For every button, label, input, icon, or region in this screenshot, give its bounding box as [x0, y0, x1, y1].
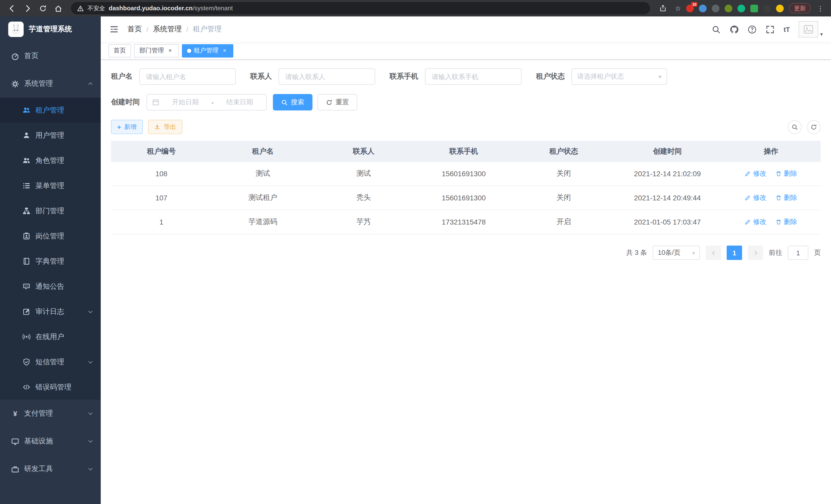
edit-link[interactable]: 修改: [745, 169, 767, 178]
cell-status: 关闭: [514, 161, 613, 186]
sidebar-item-post[interactable]: 岗位管理: [0, 224, 101, 249]
sidebar-item-notice[interactable]: 通知公告: [0, 274, 101, 299]
tab-dept[interactable]: 部门管理 ×: [134, 44, 179, 57]
cell-phone: 15601691300: [413, 161, 514, 186]
help-icon[interactable]: [747, 25, 757, 34]
sidebar-item-error-code[interactable]: 错误码管理: [0, 375, 101, 400]
sidebar-item-label: 用户管理: [35, 131, 64, 140]
edit-link[interactable]: 修改: [745, 217, 767, 227]
page-number-button[interactable]: 1: [727, 245, 742, 260]
page-size-select[interactable]: 10条/页 ▾: [653, 245, 700, 260]
table-header-row: 租户编号 租户名 联系人 联系手机 租户状态 创建时间 操作: [111, 141, 821, 161]
sidebar-item-label: 角色管理: [35, 156, 64, 165]
sidebar-item-label: 在线用户: [35, 332, 64, 342]
user-avatar[interactable]: ▾: [799, 21, 823, 37]
goto-page-input[interactable]: [788, 245, 808, 260]
screen: 不安全 dashboard.yudao.iocoder.cn/system/te…: [0, 0, 831, 504]
add-button[interactable]: + 新增: [111, 120, 143, 134]
bookmark-star-icon[interactable]: ☆: [675, 4, 681, 12]
sidebar-item-dept[interactable]: 部门管理: [0, 198, 101, 224]
browser-menu-icon[interactable]: ⋮: [816, 4, 825, 12]
reset-button-label: 重置: [336, 98, 349, 107]
create-time-label: 创建时间: [111, 98, 140, 107]
contact-input[interactable]: [279, 68, 375, 85]
prev-page-button[interactable]: [706, 245, 721, 260]
sidebar-toggle-icon[interactable]: [109, 24, 119, 34]
back-icon[interactable]: [5, 2, 19, 15]
delete-link[interactable]: 删除: [776, 217, 797, 227]
home-icon[interactable]: [51, 2, 65, 15]
extension-icon[interactable]: [725, 4, 732, 12]
sidebar-item-infra[interactable]: 基础设施: [0, 427, 101, 455]
code-icon: [23, 383, 30, 391]
cell-created: 2021-01-05 17:03:47: [613, 210, 721, 234]
goto-prefix: 前往: [769, 248, 782, 258]
sidebar-item-sms[interactable]: 短信管理: [0, 349, 101, 375]
search-icon[interactable]: [712, 25, 721, 34]
trash-icon: [776, 219, 782, 225]
reload-icon[interactable]: [36, 2, 49, 15]
sidebar-item-online-users[interactable]: 在线用户: [0, 324, 101, 349]
sidebar-item-label: 支付管理: [24, 409, 53, 418]
date-separator: -: [211, 98, 214, 106]
chevron-down-icon: [87, 438, 93, 444]
page-size-value: 10条/页: [658, 248, 681, 258]
monitor-icon: [11, 438, 19, 445]
extension-icon[interactable]: 10: [686, 4, 694, 12]
tab-tenant[interactable]: 租户管理 ×: [182, 44, 233, 57]
close-icon[interactable]: ×: [167, 47, 174, 54]
browser-update-button[interactable]: 更新: [789, 3, 811, 13]
tab-home[interactable]: 首页: [109, 44, 131, 57]
sidebar-item-audit-log[interactable]: 审计日志: [0, 299, 101, 324]
extension-icon[interactable]: [738, 4, 745, 12]
fullscreen-icon[interactable]: [766, 25, 775, 34]
share-icon[interactable]: [657, 2, 670, 15]
app-logo[interactable]: 芋道管理系统: [0, 17, 101, 42]
delete-link[interactable]: 删除: [776, 169, 797, 178]
sidebar-item-tenant[interactable]: 租户管理: [0, 98, 101, 123]
export-button-label: 导出: [164, 122, 176, 131]
col-actions: 操作: [721, 141, 821, 161]
contact-label: 联系人: [250, 72, 272, 81]
export-button[interactable]: 导出: [148, 120, 182, 134]
status-select[interactable]: 请选择租户状态 ▾: [571, 68, 667, 85]
delete-link[interactable]: 删除: [776, 193, 797, 202]
toggle-search-button[interactable]: [788, 120, 802, 134]
extension-icon[interactable]: [712, 4, 719, 12]
phone-input[interactable]: [425, 68, 522, 85]
sidebar-item-home[interactable]: 首页: [0, 42, 101, 70]
sidebar-item-devtools[interactable]: 研发工具: [0, 455, 101, 483]
reset-button[interactable]: 重置: [318, 94, 357, 111]
id-badge-icon: [23, 232, 30, 240]
refresh-table-button[interactable]: [807, 120, 821, 134]
url-bar[interactable]: 不安全 dashboard.yudao.iocoder.cn/system/te…: [71, 2, 650, 14]
forward-icon[interactable]: [21, 2, 34, 15]
sidebar-item-label: 系统管理: [24, 79, 53, 88]
search-button[interactable]: 搜索: [273, 94, 312, 111]
edit-link[interactable]: 修改: [745, 193, 767, 202]
sidebar-item-dict[interactable]: 字典管理: [0, 249, 101, 274]
tenant-name-input[interactable]: [139, 68, 236, 85]
sidebar-item-payment[interactable]: ¥ 支付管理: [0, 400, 101, 427]
extension-icon[interactable]: [776, 4, 784, 12]
sidebar-item-menu[interactable]: 菜单管理: [0, 173, 101, 198]
browser-chrome: 不安全 dashboard.yudao.iocoder.cn/system/te…: [0, 0, 831, 17]
chevron-down-icon: [87, 359, 93, 365]
extension-icon[interactable]: [699, 4, 707, 12]
close-icon[interactable]: ×: [221, 47, 228, 54]
font-size-icon[interactable]: tT: [783, 25, 790, 33]
extension-badge: 10: [691, 2, 697, 6]
cell-phone: 15601691300: [413, 186, 514, 210]
date-range-picker[interactable]: 开始日期 - 结束日期: [146, 94, 267, 111]
sidebar-item-system[interactable]: 系统管理: [0, 70, 101, 98]
breadcrumb-separator: /: [146, 25, 148, 33]
security-warning-icon: [77, 5, 84, 11]
org-tree-icon: [23, 207, 30, 215]
sidebar-item-role[interactable]: 角色管理: [0, 148, 101, 173]
sidebar-item-user[interactable]: 用户管理: [0, 123, 101, 148]
extension-icon[interactable]: [750, 4, 758, 12]
extension-icon[interactable]: [763, 4, 771, 12]
github-icon[interactable]: [729, 25, 739, 34]
next-page-button[interactable]: [748, 245, 763, 260]
breadcrumb-item[interactable]: 首页: [127, 25, 142, 34]
